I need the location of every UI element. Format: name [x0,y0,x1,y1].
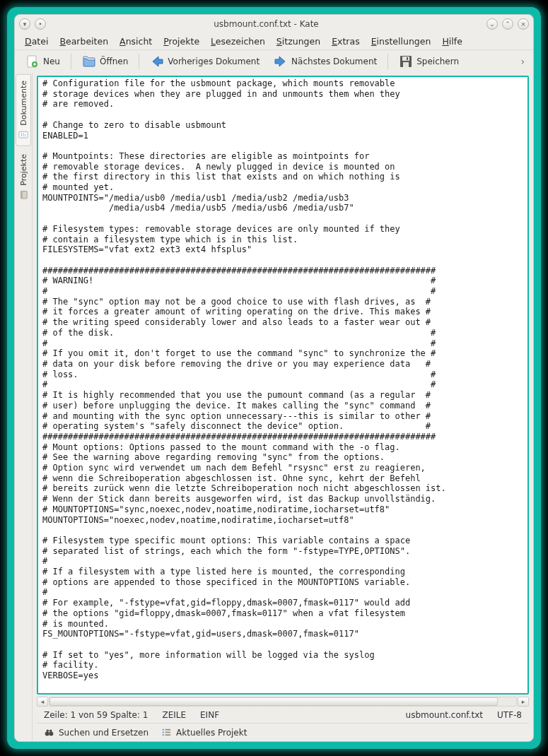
menu-bar: Datei Bearbeiten Ansicht Projekte Leseze… [15,33,533,50]
current-project-label: Aktuelles Projekt [176,728,247,738]
list-icon [161,727,172,738]
svg-rect-13 [48,731,51,731]
app-window: ▾ • usbmount.conf.txt - Kate ⌄ ⌃ × Datei… [14,14,534,742]
arrow-right-icon [274,54,288,69]
svg-rect-5 [407,57,408,60]
sidetab-documents[interactable]: Dokumente [16,74,31,146]
folder-open-icon [82,54,96,69]
prev-doc-button[interactable]: Vorheriges Dokument [144,52,266,71]
window-title: usbmount.conf.txt - Kate [50,19,482,29]
text-editor[interactable]: # Configuration file for the usbmount pa… [38,77,527,693]
menu-file[interactable]: Datei [21,35,52,48]
menu-view[interactable]: Ansicht [115,35,156,48]
project-icon [18,189,28,199]
menu-edit[interactable]: Bearbeiten [55,35,112,48]
new-file-icon [25,54,40,69]
open-label: Öffnen [100,57,128,66]
next-label: Nächstes Dokument [291,57,377,66]
new-label: Neu [43,57,60,66]
separator [387,54,388,69]
minimize-icon[interactable]: ⌄ [486,18,498,30]
svg-rect-18 [163,734,164,736]
arrow-left-icon [150,54,164,69]
menu-settings[interactable]: Einstellungen [367,35,436,48]
bottom-bar: Suchen und Ersetzen Aktuelles Projekt [37,723,529,741]
search-replace-button[interactable]: Suchen und Ersetzen [44,727,148,738]
svg-rect-19 [165,734,171,736]
menu-bookmarks[interactable]: Lesezeichen [206,35,269,48]
maximize-icon[interactable]: ⌃ [502,18,513,30]
prev-label: Vorheriges Dokument [168,57,260,66]
insert-mode[interactable]: EINF [200,710,219,720]
scroll-right-icon[interactable]: ▸ [518,697,529,707]
encoding[interactable]: UTF-8 [497,710,522,720]
editor-frame: # Configuration file for the usbmount pa… [37,76,529,695]
menu-projects[interactable]: Projekte [159,35,204,48]
new-button[interactable]: Neu [19,52,66,71]
file-name: usbmount.conf.txt [406,710,483,720]
svg-rect-14 [163,729,164,731]
toolbar-overflow-icon[interactable]: › [516,56,529,67]
binoculars-icon [44,727,54,738]
title-bar: ▾ • usbmount.conf.txt - Kate ⌄ ⌃ × [15,15,533,33]
save-label: Speichern [416,57,459,66]
close-icon[interactable]: × [518,18,529,30]
menu-help[interactable]: Hilfe [438,35,466,48]
next-doc-button[interactable]: Nächstes Dokument [267,52,383,71]
svg-rect-8 [21,191,23,199]
sidetab-projects-label: Projekte [19,154,28,186]
sidetab-documents-label: Dokumente [19,81,28,126]
side-tab-bar: Dokumente Projekte [15,73,33,741]
scroll-thumb[interactable] [49,697,498,706]
sidetab-projects[interactable]: Projekte [16,148,31,206]
open-button[interactable]: Öffnen [76,52,134,71]
cursor-position: Zeile: 1 von 59 Spalte: 1 [44,710,148,720]
save-button[interactable]: Speichern [392,52,465,71]
svg-rect-16 [163,732,164,733]
scroll-left-icon[interactable]: ◂ [37,697,48,707]
save-icon [399,54,413,69]
wrap-mode[interactable]: ZEILE [162,710,186,720]
search-replace-label: Suchen und Ersetzen [59,728,148,738]
pin-icon[interactable]: • [35,18,46,30]
svg-rect-3 [402,57,409,61]
separator [71,54,71,69]
window-menu-icon[interactable]: ▾ [19,18,30,30]
separator [139,54,139,69]
svg-rect-17 [165,732,171,733]
svg-rect-4 [403,62,409,67]
current-project-button[interactable]: Aktuelles Projekt [161,727,247,738]
svg-rect-15 [165,729,171,731]
menu-extras[interactable]: Extras [327,35,364,48]
horizontal-scrollbar[interactable]: ◂ ▸ [37,696,529,707]
menu-sessions[interactable]: Sitzungen [272,35,325,48]
toolbar: Neu Öffnen Vorheriges Dokument Nä [15,50,533,73]
status-bar: Zeile: 1 von 59 Spalte: 1 ZEILE EINF usb… [37,707,529,723]
scroll-track[interactable] [49,697,517,707]
document-icon [18,130,28,140]
